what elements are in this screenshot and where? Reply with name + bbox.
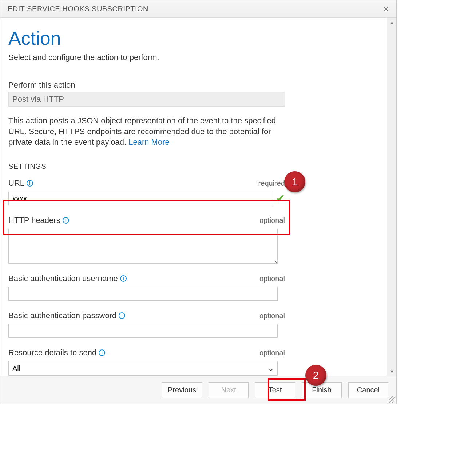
page-title: Action [8, 27, 380, 49]
action-label: Perform this action [8, 80, 380, 90]
scroll-up-icon[interactable]: ▴ [387, 18, 396, 27]
url-hint: required [258, 179, 285, 188]
headers-hint: optional [259, 216, 285, 225]
resource-hint: optional [259, 349, 285, 357]
url-input[interactable] [8, 192, 273, 205]
password-label: Basic authentication password i [8, 311, 125, 320]
info-icon[interactable]: i [63, 217, 69, 224]
resource-select[interactable] [8, 361, 278, 376]
settings-heading: SETTINGS [8, 162, 380, 171]
headers-label-text: HTTP headers [8, 216, 60, 225]
dialog-footer: Previous Next Test Finish Cancel [0, 376, 396, 404]
headers-label: HTTP headers i [8, 216, 69, 225]
username-label: Basic authentication username i [8, 274, 127, 283]
page-subtitle: Select and configure the action to perfo… [8, 53, 380, 62]
info-icon[interactable]: i [120, 275, 127, 282]
url-label-text: URL [8, 179, 24, 188]
previous-button[interactable]: Previous [162, 382, 202, 398]
password-hint: optional [259, 312, 285, 320]
action-description: This action posts a JSON object represen… [8, 115, 285, 148]
titlebar: EDIT SERVICE HOOKS SUBSCRIPTION × [0, 0, 396, 18]
learn-more-link[interactable]: Learn More [128, 137, 170, 147]
username-hint: optional [259, 275, 285, 283]
headers-input[interactable] [8, 229, 278, 264]
password-label-text: Basic authentication password [8, 311, 116, 320]
url-label: URL i [8, 179, 33, 188]
info-icon[interactable]: i [119, 312, 125, 319]
test-button[interactable]: Test [255, 382, 295, 398]
scrollbar[interactable]: ▴ ▾ [387, 18, 396, 376]
check-icon: ✔ [276, 193, 285, 204]
cancel-button[interactable]: Cancel [348, 382, 388, 398]
resource-label-text: Resource details to send [8, 348, 96, 357]
dialog: EDIT SERVICE HOOKS SUBSCRIPTION × Action… [0, 0, 397, 404]
password-input[interactable] [8, 324, 278, 338]
info-icon[interactable]: i [27, 180, 33, 187]
scroll-down-icon[interactable]: ▾ [387, 367, 396, 376]
finish-button[interactable]: Finish [302, 382, 342, 398]
info-icon[interactable]: i [99, 349, 105, 356]
username-label-text: Basic authentication username [8, 274, 118, 283]
close-icon[interactable]: × [381, 3, 391, 15]
settings-block: URL i required ✔ HTTP headers i optional [8, 179, 285, 376]
resize-grip-icon[interactable] [389, 396, 395, 403]
content-area: Action Select and configure the action t… [0, 18, 387, 376]
next-button: Next [209, 382, 249, 398]
resource-label: Resource details to send i [8, 348, 105, 357]
username-input[interactable] [8, 287, 278, 301]
dialog-body: Action Select and configure the action t… [0, 18, 396, 376]
action-value: Post via HTTP [8, 92, 285, 107]
dialog-title: EDIT SERVICE HOOKS SUBSCRIPTION [8, 5, 148, 13]
